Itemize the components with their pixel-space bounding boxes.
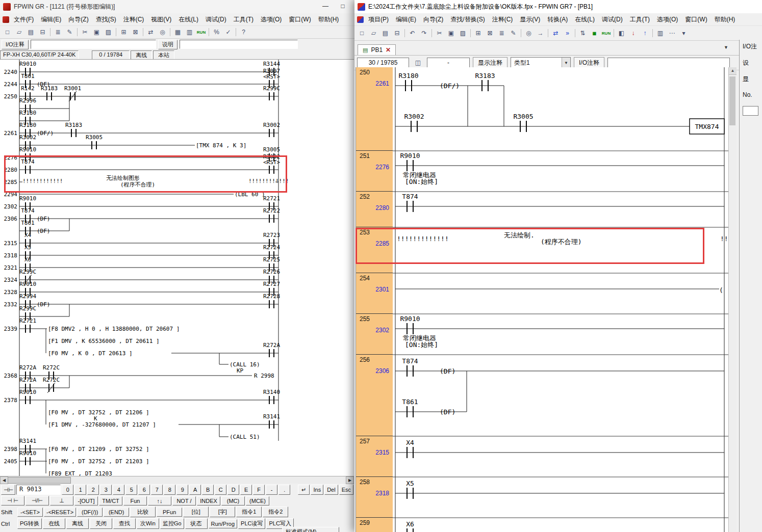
menu-item[interactable]: 选项(O) <box>257 14 285 25</box>
ladder-editor-right[interactable]: R3180(DF/)R3183R3002R3005TMX874R9010常闭继电… <box>392 67 728 532</box>
save-icon[interactable]: ▤ <box>26 27 36 37</box>
keypad-button[interactable]: 监控Go <box>160 518 184 529</box>
menu-item[interactable]: 显示(V) <box>516 14 544 25</box>
keypad-button[interactable]: - <box>266 485 277 495</box>
keypad-button[interactable]: ⊣ ⊢ <box>1 496 24 506</box>
keypad-button[interactable]: PG转换 <box>17 518 42 529</box>
keypad-button[interactable]: ↵ <box>298 485 310 495</box>
copy-icon[interactable]: ▣ <box>446 28 456 38</box>
menu-item[interactable]: 转换(A) <box>544 14 571 25</box>
menu-item[interactable]: 注释(C) <box>489 14 517 25</box>
cut-icon[interactable]: ✂ <box>434 28 445 38</box>
run-mode-icon[interactable]: RUN <box>196 27 207 37</box>
vertical-scrollbar[interactable]: ▲ <box>728 67 736 532</box>
io-comment-icon[interactable]: ≣ <box>496 28 507 38</box>
copy-icon[interactable]: ▣ <box>91 27 102 37</box>
block-selector-box[interactable]: - <box>427 58 470 68</box>
rung-row-header[interactable]: 2522280 <box>356 192 393 227</box>
find-icon[interactable]: ◎ <box>157 27 168 37</box>
keypad-button[interactable]: Esc <box>339 485 353 495</box>
toolbar-menu-icon[interactable]: ▾ <box>678 28 689 38</box>
paste-icon[interactable]: ▨ <box>103 27 114 37</box>
rung-row-header[interactable]: 2552302 <box>356 314 393 355</box>
save-icon[interactable]: ▤ <box>380 28 391 38</box>
print-icon[interactable]: ⊟ <box>392 28 402 38</box>
menu-item[interactable]: 向导(Z) <box>420 14 447 25</box>
keypad-button[interactable]: TM/CT <box>99 496 122 506</box>
titlebar-right[interactable]: E:\2024工作文件夹\7.盖底除尘上料设备附加设备\OK版本.fpx - F… <box>354 0 762 13</box>
keypad-button[interactable]: 比较 <box>130 507 156 517</box>
keypad-button[interactable]: [位] <box>183 507 209 517</box>
delete-rung-icon[interactable]: ⊠ <box>485 28 495 38</box>
minimize-button[interactable]: — <box>317 1 334 12</box>
keypad-button[interactable]: (MCE) <box>246 496 269 506</box>
redo-icon[interactable]: ↷ <box>419 28 429 38</box>
keypad-button[interactable]: 指令2 <box>263 507 288 517</box>
keypad-button[interactable]: 2 <box>87 485 99 495</box>
keypad-button[interactable]: 在线 <box>43 518 65 529</box>
rung-row-header[interactable]: 2582318 <box>356 477 393 518</box>
keypad-button[interactable]: B <box>202 485 214 495</box>
keypad-button[interactable]: C <box>215 485 226 495</box>
menu-item[interactable]: 查找/替换(S) <box>447 14 488 25</box>
scroll-left-arrow[interactable]: ◀ <box>0 476 8 484</box>
monitor-icon[interactable]: ▦ <box>589 28 600 38</box>
scroll-right-arrow[interactable]: ▶ <box>346 476 354 484</box>
keypad-button[interactable]: (DF(/)) <box>77 508 103 517</box>
keypad-button[interactable]: 关闭 <box>90 518 112 529</box>
comment-type-combo[interactable]: 类型1 ▼ <box>511 57 571 68</box>
keypad-button[interactable]: E <box>240 485 252 495</box>
contact-entry-icon[interactable]: ⊣⊢ <box>1 485 15 495</box>
keypad-button[interactable]: A <box>189 485 201 495</box>
monitor-icon[interactable]: ▦ <box>172 27 183 37</box>
menu-item[interactable]: 向导(Z) <box>65 14 92 25</box>
keypad-button[interactable]: . <box>278 485 290 495</box>
note-icon[interactable]: ✎ <box>508 28 519 38</box>
help-icon[interactable]: ? <box>238 27 249 37</box>
find-icon[interactable]: ◎ <box>523 28 534 38</box>
keypad-button[interactable]: 查找 <box>113 518 136 529</box>
convert-all-icon[interactable]: » <box>562 28 573 38</box>
pg-convert-icon[interactable]: ⇄ <box>145 27 156 37</box>
menu-item[interactable]: 文件(F) <box>10 14 37 25</box>
block-comment-icon[interactable]: ✎ <box>64 27 75 37</box>
keypad-button[interactable]: Run/Prog <box>209 519 237 528</box>
keypad-button[interactable]: 0 <box>62 485 73 495</box>
open-file-icon[interactable]: ▱ <box>14 27 24 37</box>
keypad-button[interactable]: Del <box>324 485 338 495</box>
menu-item[interactable]: 调试(D) <box>202 14 230 25</box>
rung-row-header[interactable]: 2502261 <box>356 67 393 151</box>
keypad-button[interactable]: ⊣/⊢ <box>26 496 49 506</box>
side-panel-input[interactable] <box>743 106 758 116</box>
percent-icon[interactable]: % <box>211 27 222 37</box>
new-file-icon[interactable]: □ <box>357 28 367 38</box>
keypad-button[interactable]: -[OUT] <box>74 496 98 506</box>
keypad-button[interactable]: 指令1 <box>236 507 262 517</box>
horizontal-scrollbar[interactable]: ◀ ▶ <box>0 476 354 484</box>
jump-icon[interactable]: → <box>535 28 546 38</box>
rung-row-header[interactable]: 2562306 <box>356 355 393 436</box>
keypad-button[interactable]: ⊥ <box>50 496 73 506</box>
keypad-button[interactable]: 4 <box>113 485 124 495</box>
comment-display-field[interactable] <box>607 58 730 68</box>
scrollbar-thumb[interactable] <box>729 76 735 125</box>
tab-close-icon[interactable]: ✕ <box>386 46 391 54</box>
insert-rung-icon[interactable]: ⊞ <box>473 28 484 38</box>
check-icon[interactable]: ✓ <box>223 27 234 37</box>
keypad-button[interactable]: 9 <box>176 485 188 495</box>
new-file-icon[interactable]: □ <box>2 27 13 37</box>
menu-item[interactable]: 选项(O) <box>653 14 681 25</box>
keypad-button[interactable]: Fun <box>123 496 147 506</box>
rung-row-header[interactable]: 259 <box>356 518 393 532</box>
keypad-button[interactable]: D <box>227 485 239 495</box>
keypad-button[interactable]: PFun <box>157 508 182 517</box>
keypad-button[interactable]: PLC读写 <box>238 518 265 529</box>
plc-read-icon[interactable]: ↓ <box>628 28 639 38</box>
description-input[interactable] <box>180 40 298 49</box>
insert-row-icon[interactable]: ⊞ <box>118 27 129 37</box>
maximize-button[interactable]: □ <box>334 1 351 12</box>
keypad-button[interactable]: 6 <box>138 485 150 495</box>
cut-icon[interactable]: ✂ <box>80 27 90 37</box>
menu-item[interactable]: 调试(D) <box>598 14 626 25</box>
menu-item[interactable]: 编辑(E) <box>392 14 420 25</box>
